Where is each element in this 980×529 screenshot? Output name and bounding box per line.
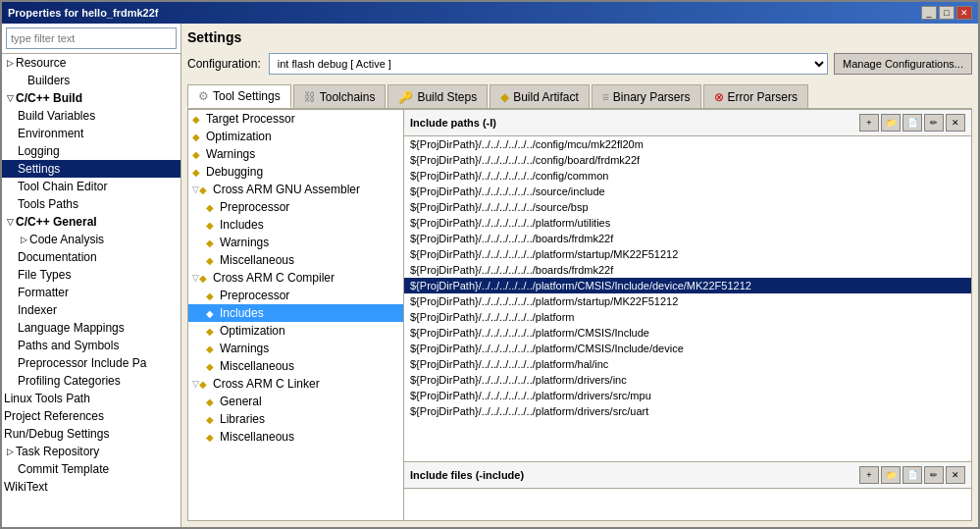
tool-tree-item-compiler-preprocessor[interactable]: ◆ Preprocessor	[188, 287, 403, 304]
path-item-13[interactable]: ${ProjDirPath}/../../../../../../platfor…	[404, 341, 971, 356]
path-item-15[interactable]: ${ProjDirPath}/../../../../../../platfor…	[404, 372, 971, 388]
tab-tool-settings[interactable]: ⚙ Tool Settings	[187, 84, 291, 108]
tab-build-steps[interactable]: 🔑 Build Steps	[387, 84, 488, 108]
sidebar-item-wikitext[interactable]: WikiText	[2, 478, 181, 496]
sidebar-item-environment[interactable]: Environment	[2, 125, 181, 142]
sidebar-item-build-variables[interactable]: Build Variables	[2, 107, 181, 125]
tool-tree-item-cross-arm-c-compiler[interactable]: ▽ ◆ Cross ARM C Compiler	[188, 269, 403, 287]
tool-tree-item-assembler-preprocessor[interactable]: ◆ Preprocessor	[188, 198, 403, 216]
tool-tree-item-compiler-warnings[interactable]: ◆ Warnings	[188, 340, 403, 357]
edit-include-button[interactable]: ✏	[924, 466, 944, 484]
sidebar-item-run-debug-settings[interactable]: Run/Debug Settings	[2, 425, 181, 443]
tool-tree-label: Warnings	[220, 342, 269, 355]
sidebar-item-formatter[interactable]: Formatter	[2, 284, 181, 301]
sidebar-item-label: Preprocessor Include Pa	[18, 356, 146, 370]
path-item-4[interactable]: ${ProjDirPath}/../../../../../../source/…	[404, 199, 971, 215]
sidebar-item-documentation[interactable]: Documentation	[2, 248, 181, 266]
sidebar-item-settings[interactable]: Settings	[2, 160, 181, 178]
tool-tree-item-linker-general[interactable]: ◆ General	[188, 393, 403, 410]
path-item-14[interactable]: ${ProjDirPath}/../../../../../../platfor…	[404, 356, 971, 372]
add-file-button[interactable]: 📄	[903, 114, 922, 132]
sidebar-item-label: Builders	[27, 74, 70, 87]
add-workspace-include-button[interactable]: 📁	[881, 466, 901, 484]
path-item-16[interactable]: ${ProjDirPath}/../../../../../../platfor…	[404, 388, 971, 403]
add-folder-button[interactable]: 📁	[881, 114, 901, 132]
tab-binary-parsers[interactable]: ≡ Binary Parsers	[592, 84, 701, 108]
path-item-17[interactable]: ${ProjDirPath}/../../../../../../platfor…	[404, 403, 971, 419]
tool-tree-item-compiler-optimization[interactable]: ◆ Optimization	[188, 322, 403, 340]
tool-tree-item-optimization[interactable]: ◆ Optimization	[188, 128, 403, 145]
sidebar: ▷ Resource Builders ▽ C/C++ Build	[2, 24, 181, 527]
path-item-8[interactable]: ${ProjDirPath}/../../../../../../boards/…	[404, 262, 971, 278]
minimize-button[interactable]: _	[921, 6, 937, 20]
sidebar-item-builders[interactable]: Builders	[2, 72, 181, 89]
tool-tree-item-target-processor[interactable]: ◆ Target Processor	[188, 110, 403, 128]
config-select[interactable]: int flash debug [ Active ]	[269, 53, 828, 75]
path-item-7[interactable]: ${ProjDirPath}/../../../../../../platfor…	[404, 246, 971, 262]
close-button[interactable]: ✕	[956, 6, 972, 20]
edit-path-button[interactable]: ✏	[924, 114, 944, 132]
tool-tree-item-assembler-includes[interactable]: ◆ Includes	[188, 216, 403, 234]
sidebar-item-profiling-categories[interactable]: Profiling Categories	[2, 372, 181, 390]
main-window: Properties for hello_frdmk22f _ □ ✕ ▷ Re…	[0, 0, 980, 529]
delete-path-button[interactable]: ✕	[946, 114, 965, 132]
sidebar-item-paths-and-symbols[interactable]: Paths and Symbols	[2, 337, 181, 354]
path-item-3[interactable]: ${ProjDirPath}/../../../../../../source/…	[404, 184, 971, 199]
path-item-11[interactable]: ${ProjDirPath}/../../../../../../platfor…	[404, 309, 971, 325]
tool-tree-label: Debugging	[206, 165, 263, 179]
add-file-include-button[interactable]: +	[859, 466, 879, 484]
path-item-2[interactable]: ${ProjDirPath}/../../../../../../config/…	[404, 168, 971, 184]
sidebar-item-tools-paths[interactable]: Tools Paths	[2, 195, 181, 213]
sidebar-item-logging[interactable]: Logging	[2, 142, 181, 160]
path-item-5[interactable]: ${ProjDirPath}/../../../../../../platfor…	[404, 215, 971, 231]
tool-tree-label: Cross ARM C Compiler	[213, 271, 335, 285]
path-item-9[interactable]: ${ProjDirPath}/../../../../../../platfor…	[404, 278, 971, 293]
sidebar-item-task-repository[interactable]: ▷ Task Repository	[2, 443, 181, 460]
search-input[interactable]	[6, 27, 177, 49]
tool-tree-item-compiler-includes[interactable]: ◆ Includes	[188, 304, 403, 322]
tool-tree-label: Includes	[220, 306, 264, 320]
sidebar-item-indexer[interactable]: Indexer	[2, 301, 181, 319]
sidebar-item-project-references[interactable]: Project References	[2, 407, 181, 425]
path-item-10[interactable]: ${ProjDirPath}/../../../../../../platfor…	[404, 293, 971, 309]
sidebar-item-c-cpp-build[interactable]: ▽ C/C++ Build	[2, 89, 181, 107]
sidebar-item-resource[interactable]: ▷ Resource	[2, 54, 181, 72]
sidebar-item-language-mappings[interactable]: Language Mappings	[2, 319, 181, 337]
tab-build-artifact[interactable]: ◆ Build Artifact	[490, 84, 590, 108]
path-item-0[interactable]: ${ProjDirPath}/../../../../../../config/…	[404, 136, 971, 152]
tab-toolchains[interactable]: ⛓ Toolchains	[293, 84, 387, 108]
maximize-button[interactable]: □	[939, 6, 954, 20]
sidebar-tree: ▷ Resource Builders ▽ C/C++ Build	[2, 54, 181, 527]
tool-tree-item-linker-libraries[interactable]: ◆ Libraries	[188, 410, 403, 428]
path-item-12[interactable]: ${ProjDirPath}/../../../../../../platfor…	[404, 325, 971, 341]
tool-tree-item-assembler-miscellaneous[interactable]: ◆ Miscellaneous	[188, 251, 403, 269]
add-fs-include-button[interactable]: 📄	[903, 466, 922, 484]
main-content: ▷ Resource Builders ▽ C/C++ Build	[2, 24, 978, 527]
tool-tree-label: Cross ARM C Linker	[213, 377, 320, 391]
sidebar-item-label: Code Analysis	[29, 233, 104, 246]
add-path-button[interactable]: +	[859, 114, 879, 132]
manage-configurations-button[interactable]: Manage Configurations...	[834, 53, 972, 75]
sidebar-item-code-analysis[interactable]: ▷ Code Analysis	[2, 231, 181, 248]
sidebar-item-file-types[interactable]: File Types	[2, 266, 181, 284]
tool-tree-item-debugging[interactable]: ◆ Debugging	[188, 163, 403, 181]
tool-tree-item-linker-miscellaneous[interactable]: ◆ Miscellaneous	[188, 428, 403, 446]
binary-parsers-icon: ≡	[602, 90, 609, 104]
sidebar-item-commit-template[interactable]: Commit Template	[2, 460, 181, 478]
delete-include-button[interactable]: ✕	[946, 466, 965, 484]
window-controls: _ □ ✕	[921, 6, 972, 20]
tool-tree-item-assembler-warnings[interactable]: ◆ Warnings	[188, 234, 403, 251]
tool-tree-item-cross-arm-gnu-assembler[interactable]: ▽ ◆ Cross ARM GNU Assembler	[188, 181, 403, 198]
sidebar-item-tool-chain-editor[interactable]: Tool Chain Editor	[2, 178, 181, 195]
sidebar-item-linux-tools-path[interactable]: Linux Tools Path	[2, 390, 181, 407]
path-item-1[interactable]: ${ProjDirPath}/../../../../../../config/…	[404, 152, 971, 168]
path-item-6[interactable]: ${ProjDirPath}/../../../../../../boards/…	[404, 231, 971, 246]
tab-error-parsers[interactable]: ⊗ Error Parsers	[703, 84, 808, 108]
sidebar-item-preprocessor-include[interactable]: Preprocessor Include Pa	[2, 354, 181, 372]
include-files-toolbar: + 📁 📄 ✏ ✕	[859, 466, 965, 484]
tool-tree-item-compiler-miscellaneous[interactable]: ◆ Miscellaneous	[188, 357, 403, 375]
sidebar-item-c-cpp-general[interactable]: ▽ C/C++ General	[2, 213, 181, 231]
tool-tree-label: Miscellaneous	[220, 430, 294, 444]
tool-tree-item-cross-arm-c-linker[interactable]: ▽ ◆ Cross ARM C Linker	[188, 375, 403, 393]
tool-tree-item-warnings[interactable]: ◆ Warnings	[188, 145, 403, 163]
